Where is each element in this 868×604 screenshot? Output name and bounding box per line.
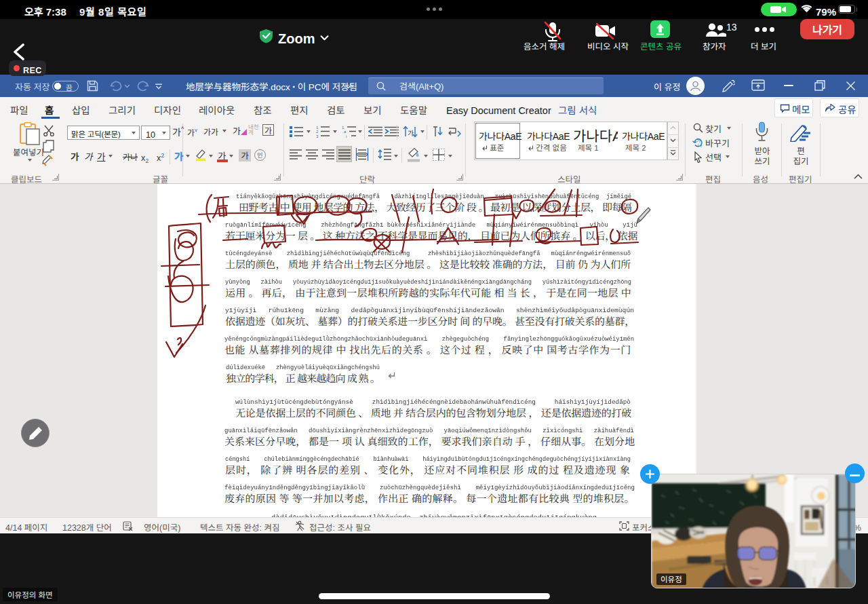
- svg-text:1: 1: [316, 126, 319, 130]
- svg-text:가: 가: [408, 128, 414, 138]
- svg-text:3: 3: [316, 134, 319, 138]
- svg-text:a: a: [344, 130, 347, 134]
- svg-text:2: 2: [316, 130, 319, 134]
- svg-text:i: i: [346, 134, 347, 138]
- svg-text:나: 나: [698, 142, 703, 148]
- svg-text:1: 1: [342, 126, 344, 130]
